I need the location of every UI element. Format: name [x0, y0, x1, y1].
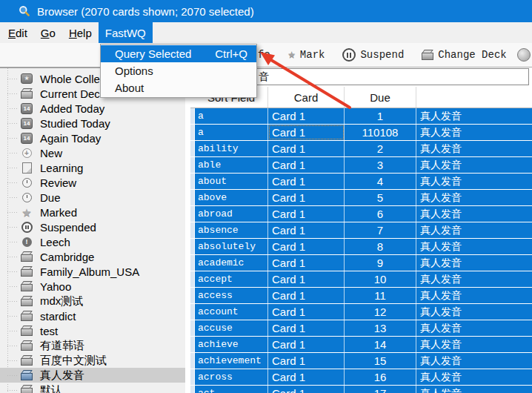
- cell-card: Card 1: [268, 108, 345, 124]
- leech-icon: [20, 236, 33, 248]
- table-row[interactable]: abilityCard 12真人发音: [190, 141, 532, 156]
- menu-item-options[interactable]: Options: [101, 62, 256, 79]
- sidebar-item-added-today[interactable]: Added Today: [0, 101, 185, 116]
- table-row[interactable]: abroadCard 16真人发音: [190, 206, 532, 222]
- cell-sort-field: able: [195, 157, 268, 173]
- sidebar-item-new[interactable]: New: [0, 145, 185, 160]
- menu-item-query-selected[interactable]: Query SelectedCtrl+Q: [101, 45, 256, 62]
- table-row[interactable]: absenceCard 17真人发音: [190, 222, 532, 238]
- menu-item-shortcut: Ctrl+Q: [215, 47, 247, 60]
- table-body: aCard 11真人发音aCard 1110108真人发音abilityCard…: [190, 108, 532, 393]
- cell-due: 1: [345, 108, 416, 124]
- sidebar-item-label: 真人发音: [40, 369, 84, 383]
- sidebar-item-review[interactable]: Review: [0, 175, 185, 190]
- cell-due: 14: [345, 337, 416, 352]
- cell-sort-field: above: [195, 190, 268, 205]
- table-row[interactable]: aboutCard 14真人发音: [190, 174, 532, 189]
- cell-sort-field: abroad: [195, 206, 268, 222]
- toolbar-button-change-deck[interactable]: Change Deck: [422, 49, 506, 61]
- sidebar-item-suspended[interactable]: Suspended: [0, 219, 185, 234]
- cell-deck: 真人发音: [416, 320, 532, 336]
- table-row[interactable]: acceptCard 110真人发音: [190, 271, 532, 287]
- deck-icon-body: [422, 53, 433, 60]
- sidebar-item-stardict[interactable]: stardict: [0, 308, 185, 323]
- cell-sort-field: access: [195, 288, 268, 303]
- deck-icon: [20, 295, 33, 307]
- table-row[interactable]: acrossCard 116真人发音: [190, 369, 532, 385]
- sidebar-item-label: Due: [40, 191, 61, 204]
- sidebar-item-again-today[interactable]: Again Today: [0, 131, 185, 145]
- sidebar-item-item[interactable]: 百度中文测试: [0, 353, 185, 368]
- sidebar-item-cambridge[interactable]: Cambridge: [0, 249, 185, 264]
- cell-card: Card 1: [268, 206, 345, 222]
- deck-icon: [20, 280, 33, 292]
- table-row[interactable]: accountCard 112真人发音: [190, 304, 532, 320]
- sidebar-item-yahoo[interactable]: Yahoo: [0, 279, 185, 294]
- sidebar-item-mdx[interactable]: mdx测试: [0, 294, 185, 308]
- sidebar-item-learning[interactable]: Learning: [0, 160, 185, 175]
- column-header-deck[interactable]: [416, 87, 532, 108]
- table-row[interactable]: aCard 1110108真人发音: [190, 125, 532, 140]
- sidebar-item-studied-today[interactable]: Studied Today: [0, 116, 185, 131]
- table-row[interactable]: actCard 117真人发音: [190, 386, 532, 393]
- menubar-item-help[interactable]: Help: [62, 22, 99, 43]
- deck-icon-body: [21, 328, 33, 336]
- cell-card: Card 1: [268, 288, 345, 303]
- sidebar-item-due[interactable]: Due: [0, 190, 185, 205]
- toolbar-button-circle[interactable]: [517, 48, 531, 62]
- cell-card: Card 1: [268, 271, 345, 287]
- cell-card: Card 1: [268, 353, 345, 369]
- sidebar-item-item[interactable]: 默认: [0, 383, 185, 393]
- menubar-item-label: Edit: [8, 27, 27, 39]
- sidebar-item-label: Cambridge: [40, 251, 94, 263]
- menubar-item-label: FastWQ: [105, 27, 146, 39]
- toolbar-button-mark[interactable]: ★Mark: [288, 49, 325, 61]
- cell-card: Card 1: [268, 304, 345, 320]
- cell-sort-field: a: [195, 108, 268, 124]
- cell-sort-field: accept: [195, 271, 268, 287]
- column-header-due[interactable]: Due: [345, 87, 416, 108]
- toolbar-button-suspend[interactable]: Suspend: [342, 48, 404, 62]
- cell-deck: 真人发音: [416, 255, 532, 271]
- table-row[interactable]: aCard 11真人发音: [190, 108, 532, 124]
- cell-deck: 真人发音: [416, 288, 532, 303]
- menubar-item-edit[interactable]: Edit: [1, 22, 34, 43]
- cell-sort-field: achievement: [195, 353, 268, 369]
- table-row[interactable]: achievementCard 115真人发音: [190, 353, 532, 369]
- cell-due: 2: [345, 141, 416, 156]
- deck-icon-body: [21, 343, 33, 351]
- sidebar-item-leech[interactable]: Leech: [0, 234, 185, 249]
- sidebar-item-family-album-usa[interactable]: Family_Album_USA: [0, 264, 185, 279]
- table-row[interactable]: aboveCard 15真人发音: [190, 190, 532, 205]
- sidebar-item-label: Suspended: [40, 221, 96, 234]
- circle-icon: [517, 48, 531, 62]
- table-row[interactable]: achieveCard 114真人发音: [190, 337, 532, 352]
- menu-item-label: Query Selected: [115, 47, 191, 60]
- sidebar-item-marked[interactable]: Marked: [0, 205, 185, 219]
- table-row[interactable]: accuseCard 113真人发音: [190, 320, 532, 336]
- deck-icon: [20, 87, 33, 99]
- sidebar-item-item[interactable]: 有道韩语: [0, 338, 185, 353]
- cal-icon: [20, 117, 33, 129]
- cell-card: Card 1: [268, 190, 345, 205]
- cell-deck: 真人发音: [416, 386, 532, 393]
- table-row[interactable]: ableCard 13真人发音: [190, 157, 532, 173]
- sidebar-item-label: stardict: [40, 310, 76, 323]
- menubar-item-go[interactable]: Go: [34, 22, 62, 43]
- deck-blue-icon: [20, 369, 33, 381]
- sidebar-item-test[interactable]: test: [0, 323, 185, 338]
- table-row[interactable]: academicCard 19真人发音: [190, 255, 532, 271]
- cell-deck: 真人发音: [416, 222, 532, 238]
- cell-due: 12: [345, 304, 416, 320]
- sidebar-item-item[interactable]: 真人发音: [0, 368, 185, 383]
- deck-icon: [20, 265, 33, 277]
- menu-item-about[interactable]: About: [101, 79, 256, 96]
- table-row[interactable]: absolutelyCard 18真人发音: [190, 239, 532, 254]
- cell-deck: 真人发音: [416, 190, 532, 205]
- column-header-card[interactable]: Card: [268, 87, 345, 108]
- cell-sort-field: achieve: [195, 337, 268, 352]
- menubar-item-fastwq[interactable]: FastWQ: [99, 22, 153, 43]
- cal-icon: [20, 132, 33, 144]
- table-row[interactable]: accessCard 111真人发音: [190, 288, 532, 303]
- cal-icon: [20, 102, 33, 114]
